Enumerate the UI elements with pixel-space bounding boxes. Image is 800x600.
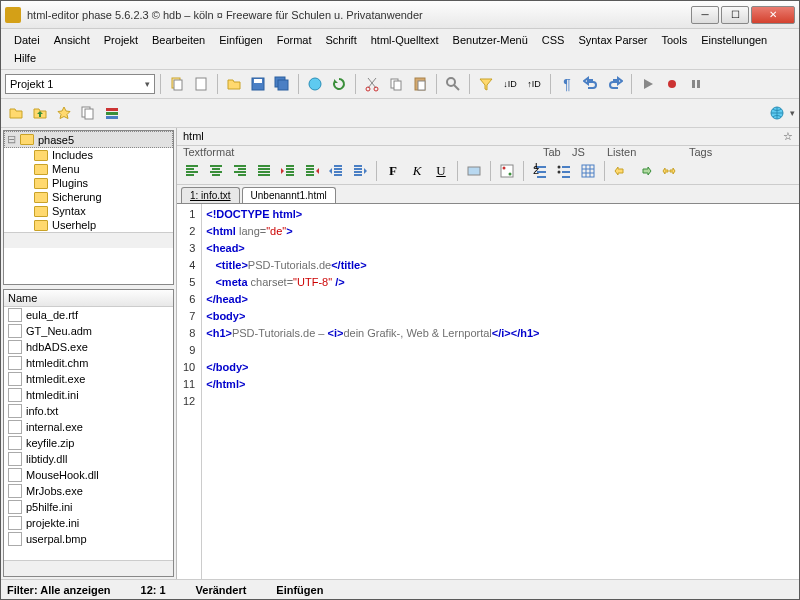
maximize-button[interactable]: ☐: [721, 6, 749, 24]
minimize-button[interactable]: ─: [691, 6, 719, 24]
file-item[interactable]: htmledit.chm: [4, 355, 173, 371]
file-item[interactable]: info.txt: [4, 403, 173, 419]
favorites-icon[interactable]: [53, 102, 75, 124]
indent-icon[interactable]: [349, 160, 371, 182]
tree-node[interactable]: Syntax: [4, 204, 173, 218]
find-icon[interactable]: [442, 73, 464, 95]
paste-icon[interactable]: [409, 73, 431, 95]
pilcrow-icon[interactable]: ¶: [556, 73, 578, 95]
tree-root[interactable]: ⊟ phase5: [4, 131, 173, 148]
file-item[interactable]: MouseHook.dll: [4, 467, 173, 483]
record-icon[interactable]: [661, 73, 683, 95]
new-file-icon[interactable]: [190, 73, 212, 95]
id-up-icon[interactable]: ↑ID: [523, 73, 545, 95]
globe-icon[interactable]: [766, 102, 788, 124]
italic-icon[interactable]: K: [406, 160, 428, 182]
indent-left-icon[interactable]: [277, 160, 299, 182]
file-name: p5hilfe.ini: [26, 501, 72, 513]
editor-tab[interactable]: Unbenannt1.html: [242, 187, 336, 203]
copy-clipboard-icon[interactable]: [385, 73, 407, 95]
tree-node[interactable]: Includes: [4, 148, 173, 162]
undo-icon[interactable]: [580, 73, 602, 95]
tab-tool-icon[interactable]: [463, 160, 485, 182]
status-filter: Filter: Alle anzeigen: [7, 584, 111, 596]
save-all-icon[interactable]: [271, 73, 293, 95]
close-button[interactable]: ✕: [751, 6, 795, 24]
file-item[interactable]: MrJobs.exe: [4, 483, 173, 499]
list-ol-icon[interactable]: 12: [529, 160, 551, 182]
tree-node[interactable]: Sicherung: [4, 190, 173, 204]
copy-icon[interactable]: [166, 73, 188, 95]
cut-icon[interactable]: [361, 73, 383, 95]
file-item[interactable]: projekte.ini: [4, 515, 173, 531]
file-item[interactable]: htmledit.ini: [4, 387, 173, 403]
docs-icon[interactable]: [77, 102, 99, 124]
file-item[interactable]: libtidy.dll: [4, 451, 173, 467]
tag-open-icon[interactable]: [610, 160, 632, 182]
menu-hilfe[interactable]: Hilfe: [7, 49, 43, 67]
tree-node[interactable]: Menu: [4, 162, 173, 176]
filter-icon[interactable]: [475, 73, 497, 95]
redo-icon[interactable]: [604, 73, 626, 95]
menu-html-quelltext[interactable]: html-Quelltext: [364, 31, 446, 49]
tree-hscroll[interactable]: [4, 232, 173, 248]
menu-einstellungen[interactable]: Einstellungen: [694, 31, 774, 49]
tree-folder-icon[interactable]: [5, 102, 27, 124]
tree-node[interactable]: Plugins: [4, 176, 173, 190]
file-item[interactable]: internal.exe: [4, 419, 173, 435]
tree-node[interactable]: Userhelp: [4, 218, 173, 232]
menu-schrift[interactable]: Schrift: [319, 31, 364, 49]
file-item[interactable]: keyfile.zip: [4, 435, 173, 451]
menu-css[interactable]: CSS: [535, 31, 572, 49]
align-justify-icon[interactable]: [253, 160, 275, 182]
align-left-icon[interactable]: [181, 160, 203, 182]
menu-syntax parser[interactable]: Syntax Parser: [571, 31, 654, 49]
code-content[interactable]: <!DOCTYPE html><html lang="de"><head> <t…: [202, 204, 799, 579]
save-icon[interactable]: [247, 73, 269, 95]
menu-projekt[interactable]: Projekt: [97, 31, 145, 49]
menu-datei[interactable]: Datei: [7, 31, 47, 49]
tag-both-icon[interactable]: [658, 160, 680, 182]
file-hscroll[interactable]: [4, 560, 173, 576]
collapse-icon[interactable]: ☆: [783, 130, 793, 143]
id-down-icon[interactable]: ↓ID: [499, 73, 521, 95]
tag-close-icon[interactable]: [634, 160, 656, 182]
menu-format[interactable]: Format: [270, 31, 319, 49]
preview-icon[interactable]: [304, 73, 326, 95]
settings-icon[interactable]: [101, 102, 123, 124]
file-item[interactable]: GT_Neu.adm: [4, 323, 173, 339]
menu-bearbeiten[interactable]: Bearbeiten: [145, 31, 212, 49]
refresh-icon[interactable]: [328, 73, 350, 95]
table-icon[interactable]: [577, 160, 599, 182]
menu-benutzer-menü[interactable]: Benutzer-Menü: [446, 31, 535, 49]
file-item[interactable]: hdbADS.exe: [4, 339, 173, 355]
play-icon[interactable]: [637, 73, 659, 95]
title-bar: html-editor phase 5.6.2.3 © hdb – köln ¤…: [1, 1, 799, 29]
file-item[interactable]: p5hilfe.ini: [4, 499, 173, 515]
indent-right-icon[interactable]: [301, 160, 323, 182]
underline-icon[interactable]: U: [430, 160, 452, 182]
js-tool-icon[interactable]: [496, 160, 518, 182]
file-item[interactable]: eula_de.rtf: [4, 307, 173, 323]
bold-icon[interactable]: F: [382, 160, 404, 182]
folder-up-icon[interactable]: [29, 102, 51, 124]
code-editor[interactable]: 123456789101112 <!DOCTYPE html><html lan…: [177, 204, 799, 579]
menu-tools[interactable]: Tools: [655, 31, 695, 49]
folder-tree[interactable]: ⊟ phase5 IncludesMenuPluginsSicherungSyn…: [3, 130, 174, 285]
menu-einfügen[interactable]: Einfügen: [212, 31, 269, 49]
list-ul-icon[interactable]: [553, 160, 575, 182]
file-name: info.txt: [26, 405, 58, 417]
editor-area: html ☆ Textformat Tab JS Listen Tags: [177, 128, 799, 579]
file-list[interactable]: eula_de.rtfGT_Neu.admhdbADS.exehtmledit.…: [4, 307, 173, 560]
editor-tab[interactable]: 1: info.txt: [181, 187, 240, 203]
align-center-icon[interactable]: [205, 160, 227, 182]
outdent-icon[interactable]: [325, 160, 347, 182]
file-item[interactable]: htmledit.exe: [4, 371, 173, 387]
file-list-header[interactable]: Name: [4, 290, 173, 307]
project-combo[interactable]: Projekt 1: [5, 74, 155, 94]
open-file-icon[interactable]: [223, 73, 245, 95]
align-right-icon[interactable]: [229, 160, 251, 182]
menu-ansicht[interactable]: Ansicht: [47, 31, 97, 49]
pause-icon[interactable]: [685, 73, 707, 95]
file-item[interactable]: userpal.bmp: [4, 531, 173, 547]
